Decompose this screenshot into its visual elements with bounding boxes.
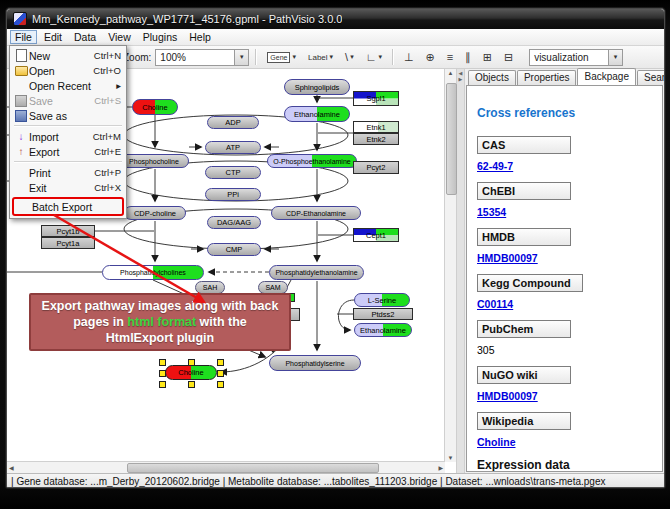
selection-handle[interactable] — [217, 370, 224, 377]
node-gene-pcyt1b[interactable]: Pcyt1b — [41, 225, 95, 237]
menu-plugins[interactable]: Plugins — [138, 30, 182, 44]
visualization-dropdown-icon[interactable]: ▾ — [608, 50, 622, 65]
visualization-combobox[interactable]: visualization ▾ — [529, 49, 623, 66]
menu-item-open[interactable]: OpenCtrl+O — [11, 63, 125, 78]
align-center-button[interactable]: ⊥ — [400, 50, 418, 65]
menu-help[interactable]: Help — [184, 30, 216, 44]
node-choline[interactable]: Choline — [132, 99, 178, 115]
node-atp[interactable]: ATP — [205, 141, 261, 154]
horizontal-scrollbar[interactable]: ◀ ▶ — [7, 461, 445, 473]
node-phosphatidylethanolamine[interactable]: Phosphatidylethanolamine — [269, 265, 364, 280]
gene-tool-icon: Gene — [267, 52, 290, 63]
menu-item-print[interactable]: PrintCtrl+P — [11, 165, 125, 180]
selection-handle[interactable] — [159, 381, 166, 388]
menu-item-import[interactable]: ↓ ImportCtrl+M — [11, 129, 125, 144]
node-ctp[interactable]: CTP — [205, 166, 261, 179]
title-bar[interactable]: Mm_Kennedy_pathway_WP1771_45176.gpml - P… — [7, 9, 664, 29]
node-ethanolamine-bottom[interactable]: Ethanolamine — [354, 323, 412, 337]
label-tool-button[interactable]: Label ▾ — [304, 51, 337, 64]
node-dag-aag[interactable]: DAG/AAG — [207, 216, 261, 229]
zoom-dropdown-icon[interactable]: ▾ — [234, 50, 248, 65]
stack-vertical-button[interactable]: ∥ — [461, 50, 475, 65]
chevron-down-icon: ▾ — [292, 53, 296, 61]
panel-splitter[interactable]: ◀ ▶ — [456, 69, 465, 473]
submenu-arrow-icon: ▸ — [116, 80, 121, 91]
xref-link[interactable]: C00114 — [477, 298, 652, 310]
menu-file[interactable]: File — [10, 30, 37, 44]
vertical-scroll-thumb[interactable] — [446, 83, 457, 195]
node-gene-pcyt1a[interactable]: Pcyt1a — [41, 237, 95, 249]
scroll-left-icon[interactable]: ◀ — [7, 463, 16, 472]
node-gene-etnk1[interactable]: Etnk1 — [353, 121, 399, 133]
scroll-up-icon[interactable]: ▲ — [446, 69, 456, 77]
xref-link[interactable]: Choline — [477, 436, 652, 448]
node-gene-cept1[interactable]: Cept1 — [353, 228, 399, 242]
horizontal-scroll-thumb[interactable] — [127, 463, 379, 473]
xref-source-name: CAS — [477, 136, 571, 154]
node-phosphatidylcholines[interactable]: Phosphatidylcholines — [102, 265, 204, 280]
node-cdp-choline[interactable]: CDP-choline — [124, 206, 186, 220]
line-tool-button[interactable]: \ ▾ — [341, 50, 358, 65]
zoom-combobox[interactable]: 100% ▾ — [155, 49, 249, 66]
node-gene-etnk2[interactable]: Etnk2 — [353, 133, 399, 145]
node-gene-sgpl1[interactable]: Sgpl1 — [353, 91, 399, 106]
scroll-down-icon[interactable]: ▼ — [446, 454, 456, 462]
node-phosphocholine[interactable]: Phosphocholine — [119, 154, 189, 168]
xref-section-kegg: Kegg Compound C00114 — [477, 274, 652, 310]
common-height-button[interactable]: ⊟ — [500, 50, 517, 65]
menu-item-export[interactable]: ↑ ExportCtrl+E — [11, 144, 125, 159]
scroll-right-icon[interactable]: ▶ — [436, 463, 445, 472]
node-choline-selected[interactable]: Choline — [165, 365, 217, 380]
node-ethanolamine[interactable]: Ethanolamine — [284, 106, 350, 122]
selection-handle[interactable] — [217, 359, 224, 366]
menu-item-open-recent[interactable]: Open Recent▸ — [11, 78, 125, 93]
menu-view[interactable]: View — [103, 30, 136, 44]
menu-edit[interactable]: Edit — [39, 30, 67, 44]
selection-handle[interactable] — [159, 359, 166, 366]
align-anchor-button[interactable]: ⊕ — [422, 50, 439, 65]
menu-item-exit[interactable]: ExitCtrl+X — [11, 180, 125, 195]
tab-properties[interactable]: Properties — [517, 70, 577, 85]
save-icon — [13, 95, 29, 107]
xref-link[interactable]: 62-49-7 — [477, 160, 652, 172]
toolbar-separator — [255, 49, 257, 65]
menu-item-save[interactable]: SaveCtrl+S — [11, 93, 125, 108]
selection-handle[interactable] — [217, 381, 224, 388]
node-cmp[interactable]: CMP — [207, 243, 261, 256]
tab-search[interactable]: Search — [637, 70, 665, 85]
menu-item-save-as[interactable]: Save as — [11, 108, 125, 123]
tab-objects[interactable]: Objects — [468, 70, 516, 85]
stack-horizontal-button[interactable]: ≡ — [443, 50, 457, 65]
node-cdp-ethanolamine[interactable]: CDP-Ethanolamine — [271, 206, 361, 220]
screenshot-frame: Mm_Kennedy_pathway_WP1771_45176.gpml - P… — [0, 0, 670, 509]
selection-handle[interactable] — [159, 370, 166, 377]
menu-item-batch-export[interactable]: Batch Export — [12, 197, 124, 216]
new-file-icon — [13, 49, 29, 62]
common-width-button[interactable]: ⊞ — [479, 50, 496, 65]
chevron-down-icon: ▾ — [378, 53, 382, 61]
node-ppi[interactable]: PPi — [205, 188, 261, 201]
xref-link[interactable]: 15354 — [477, 206, 652, 218]
node-adp[interactable]: ADP — [207, 116, 259, 129]
selection-handle[interactable] — [188, 359, 195, 366]
export-icon: ↑ — [13, 146, 29, 157]
selection-group: Choline — [159, 359, 223, 386]
node-gene-pcyt2[interactable]: Pcyt2 — [353, 161, 399, 174]
gene-tool-button[interactable]: Gene ▾ — [263, 50, 300, 65]
xref-link[interactable]: HMDB00097 — [477, 390, 652, 402]
node-l-serine[interactable]: L-Serine — [354, 293, 410, 307]
menu-data[interactable]: Data — [69, 30, 101, 44]
menu-item-new[interactable]: NewCtrl+N — [11, 48, 125, 63]
node-gene-ptdss2[interactable]: Ptdss2 — [353, 308, 413, 320]
stack-vertical-icon: ∥ — [465, 52, 471, 63]
selection-handle[interactable] — [188, 381, 195, 388]
node-phosphatidylserine[interactable]: Phosphatidylserine — [269, 355, 361, 371]
vertical-scrollbar[interactable]: ▲ ▼ — [444, 69, 456, 462]
node-sphingolipids[interactable]: Sphingolipids — [284, 79, 350, 95]
splitter-expand-icon[interactable]: ▶ — [459, 77, 463, 82]
connector-tool-button[interactable]: ∟ ▾ — [362, 50, 386, 65]
tab-backpage[interactable]: Backpage — [577, 68, 635, 85]
backpage-panel[interactable]: Cross references CAS 62-49-7 ChEBI 15354… — [466, 85, 663, 472]
node-o-phosphoethanolamine[interactable]: O-Phosphoethanolamine — [267, 154, 357, 168]
xref-link[interactable]: HMDB00097 — [477, 252, 652, 264]
